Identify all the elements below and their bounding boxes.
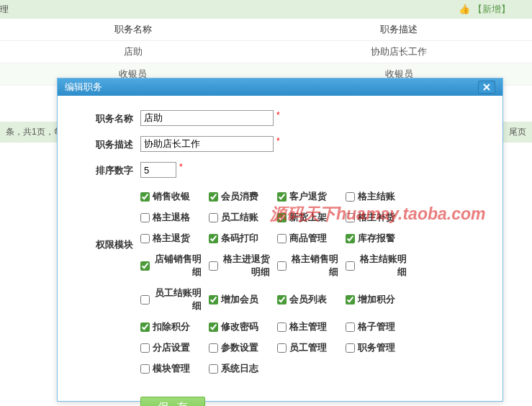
- perm-checkbox[interactable]: [346, 213, 355, 222]
- perm-checkbox[interactable]: [346, 322, 355, 332]
- perm-item[interactable]: 员工管理: [277, 339, 346, 354]
- perm-item[interactable]: 模块管理: [140, 360, 209, 375]
- perm-item[interactable]: 格主销售明细: [277, 251, 346, 279]
- perm-item[interactable]: 新货上架: [277, 209, 346, 224]
- perm-checkbox[interactable]: [140, 192, 150, 202]
- perm-item[interactable]: 系统日志: [209, 360, 277, 375]
- pager-info: 条，共1页，每: [6, 126, 63, 138]
- perm-item[interactable]: 员工结账明细: [140, 284, 209, 312]
- perm-checkbox[interactable]: [140, 364, 150, 374]
- input-name[interactable]: [140, 110, 274, 126]
- save-button[interactable]: 保存: [140, 397, 205, 406]
- row-name: 职务名称 *: [72, 110, 488, 126]
- perm-checkbox[interactable]: [209, 213, 218, 222]
- perm-checkbox[interactable]: [346, 192, 355, 202]
- perm-item[interactable]: 格主结账: [346, 188, 414, 203]
- page-header: 理 👍【新增】: [0, 0, 532, 19]
- perm-item[interactable]: 库存报警: [346, 230, 414, 245]
- perm-item[interactable]: 格主管理: [277, 318, 346, 333]
- perm-item[interactable]: 会员列表: [277, 284, 346, 312]
- table-row[interactable]: 店助 协助店长工作: [0, 41, 532, 63]
- perm-checkbox[interactable]: [277, 234, 287, 243]
- dialog-body: 职务名称 * 职务描述 * 排序数字 * 权限模块 销售收银会员消费客户退货格主…: [58, 96, 502, 406]
- perm-checkbox[interactable]: [209, 192, 218, 202]
- perm-checkbox[interactable]: [209, 261, 218, 271]
- input-desc[interactable]: [140, 136, 274, 152]
- edit-role-dialog: 编辑职务 职务名称 * 职务描述 * 排序数字 * 权限模块 销售收银会员消费客…: [57, 78, 503, 402]
- perm-checkbox[interactable]: [209, 364, 218, 374]
- perm-checkbox[interactable]: [277, 213, 287, 222]
- perm-label: 增加积分: [358, 293, 395, 306]
- perm-label: 员工结账: [221, 211, 258, 224]
- perm-label: 销售收银: [153, 190, 190, 203]
- perm-checkbox[interactable]: [140, 234, 150, 243]
- perm-checkbox[interactable]: [277, 261, 287, 271]
- perm-checkbox[interactable]: [209, 295, 218, 304]
- perm-item[interactable]: 店铺销售明细: [140, 251, 209, 279]
- perm-label: 会员消费: [221, 190, 258, 203]
- perm-item[interactable]: 销售收银: [140, 188, 209, 203]
- perm-checkbox[interactable]: [346, 234, 355, 243]
- perm-checkbox[interactable]: [277, 343, 287, 353]
- perm-item[interactable]: 修改密码: [209, 318, 277, 333]
- pager-last[interactable]: 尾页: [509, 126, 526, 138]
- perm-checkbox[interactable]: [346, 295, 355, 304]
- perm-item[interactable]: 参数设置: [209, 339, 277, 354]
- perm-item[interactable]: 分店设置: [140, 339, 209, 354]
- perm-item[interactable]: 会员消费: [209, 188, 277, 203]
- perm-checkbox[interactable]: [277, 322, 287, 332]
- perm-label: 修改密码: [221, 320, 258, 333]
- label-perm: 权限模块: [72, 188, 140, 251]
- perm-item[interactable]: 商品管理: [277, 230, 346, 245]
- perm-item[interactable]: 增加积分: [346, 284, 414, 312]
- perm-label: 扣除积分: [153, 320, 190, 333]
- perm-checkbox[interactable]: [140, 295, 150, 304]
- close-icon[interactable]: [478, 81, 495, 94]
- perm-checkbox[interactable]: [209, 343, 218, 353]
- perm-checkbox[interactable]: [346, 343, 355, 353]
- perm-checkbox[interactable]: [277, 192, 287, 202]
- perm-label: 格主销售明细: [289, 253, 338, 279]
- perm-label: 格主进退货明细: [221, 253, 270, 279]
- perm-label: 库存报警: [358, 232, 395, 245]
- perm-label: 格子管理: [358, 320, 395, 333]
- perm-label: 条码打印: [221, 232, 258, 245]
- perm-checkbox[interactable]: [277, 295, 287, 304]
- perm-label: 新货上架: [289, 211, 327, 224]
- label-name: 职务名称: [72, 110, 140, 125]
- add-link[interactable]: 👍【新增】: [459, 3, 510, 16]
- required-mark: *: [179, 162, 183, 172]
- input-sort[interactable]: [140, 162, 176, 178]
- perm-item[interactable]: 格主退货: [140, 230, 209, 245]
- perm-label: 商品管理: [289, 232, 327, 245]
- perm-checkbox[interactable]: [209, 322, 218, 332]
- perm-label: 增加会员: [221, 293, 258, 306]
- perm-checkbox[interactable]: [209, 234, 218, 243]
- perm-checkbox[interactable]: [140, 322, 150, 332]
- perm-checkbox[interactable]: [140, 261, 150, 271]
- role-table: 职务名称 职务描述 店助 协助店长工作 收银员 收银员: [0, 19, 532, 86]
- col-name: 职务名称: [0, 19, 266, 40]
- perm-item[interactable]: 职务管理: [346, 339, 414, 354]
- table-header: 职务名称 职务描述: [0, 19, 532, 41]
- perm-label: 会员列表: [289, 293, 327, 306]
- perm-item[interactable]: 客户退货: [277, 188, 346, 203]
- perm-item[interactable]: 条码打印: [209, 230, 277, 245]
- perm-item[interactable]: 扣除积分: [140, 318, 209, 333]
- dialog-titlebar[interactable]: 编辑职务: [58, 78, 502, 96]
- perm-item[interactable]: 格主结账明细: [346, 251, 414, 279]
- perm-item[interactable]: 格子管理: [346, 318, 414, 333]
- perm-item[interactable]: 格主进退货明细: [209, 251, 277, 279]
- label-sort: 排序数字: [72, 162, 140, 177]
- perm-label: 客户退货: [289, 190, 327, 203]
- perm-checkbox[interactable]: [346, 261, 355, 271]
- perm-item[interactable]: 格主补货: [346, 209, 414, 224]
- perm-checkbox[interactable]: [140, 213, 150, 222]
- perm-label: 格主管理: [289, 320, 327, 333]
- perm-item[interactable]: 格主退格: [140, 209, 209, 224]
- perm-checkbox[interactable]: [140, 343, 150, 353]
- perm-label: 格主补货: [358, 211, 395, 224]
- perm-item[interactable]: 员工结账: [209, 209, 277, 224]
- perm-item[interactable]: 增加会员: [209, 284, 277, 312]
- row-perm: 权限模块 销售收银会员消费客户退货格主结账格主退格员工结账新货上架格主补货格主退…: [72, 188, 488, 381]
